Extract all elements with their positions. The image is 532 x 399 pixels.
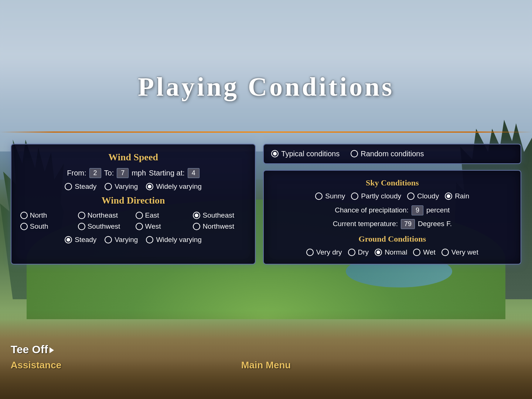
radio-circle-dry bbox=[348, 249, 355, 256]
label-sunny: Sunny bbox=[325, 192, 345, 200]
radio-west bbox=[136, 223, 143, 230]
radio-circle-very-wet bbox=[441, 249, 449, 256]
radio-sunny[interactable]: Sunny bbox=[315, 192, 345, 200]
assistance-button[interactable]: Assistance bbox=[11, 359, 61, 371]
radio-widely-varying-speed[interactable]: Widely varying bbox=[146, 183, 202, 191]
dir-northwest[interactable]: Northwest bbox=[193, 222, 246, 231]
radio-very-wet[interactable]: Very wet bbox=[441, 248, 478, 256]
dir-south[interactable]: South bbox=[20, 222, 74, 231]
label-rain: Rain bbox=[455, 192, 469, 200]
radio-northwest bbox=[193, 223, 200, 230]
label-random: Random conditions bbox=[361, 150, 424, 158]
label-south: South bbox=[30, 222, 48, 231]
wind-speed-type-group: Steady Varying Widely varying bbox=[20, 183, 246, 191]
sky-conditions-row: Sunny Partly cloudy Cloudy Rain bbox=[273, 192, 512, 200]
starting-label: Starting at: bbox=[149, 169, 185, 177]
radio-circle-sunny bbox=[315, 192, 323, 200]
temperature-row: Current temperature: 79 Degrees F. bbox=[273, 219, 512, 229]
label-southeast: Southeast bbox=[202, 211, 234, 219]
radio-very-dry[interactable]: Very dry bbox=[306, 248, 342, 256]
dir-southwest[interactable]: Southwest bbox=[78, 222, 131, 231]
radio-dry[interactable]: Dry bbox=[348, 248, 369, 256]
label-dir-widely-varying: Widely varying bbox=[156, 236, 202, 244]
sky-conditions-header: Sky Conditions bbox=[273, 178, 512, 188]
ground-conditions-row: Very dry Dry Normal Wet Very wet bbox=[273, 248, 512, 256]
to-label: To: bbox=[104, 169, 114, 177]
direction-grid: North Northeast East Southeast South Sou… bbox=[20, 211, 246, 231]
right-panels: Typical conditions Random conditions Sky… bbox=[263, 144, 521, 265]
temperature-label: Current temperature: bbox=[333, 220, 398, 228]
radio-south bbox=[20, 223, 28, 230]
label-dir-varying: Varying bbox=[115, 236, 138, 244]
bottom-buttons: Tee Off Assistance bbox=[11, 343, 61, 371]
conditions-selector: Typical conditions Random conditions bbox=[263, 144, 521, 164]
precipitation-label: Chance of precipitation: bbox=[335, 206, 409, 214]
radio-rain[interactable]: Rain bbox=[445, 192, 469, 200]
dir-southeast[interactable]: Southeast bbox=[193, 211, 246, 219]
label-partly-cloudy: Partly cloudy bbox=[361, 192, 401, 200]
dir-east[interactable]: East bbox=[136, 211, 189, 219]
dir-west[interactable]: West bbox=[136, 222, 189, 231]
radio-wet[interactable]: Wet bbox=[413, 248, 435, 256]
radio-circle-wet bbox=[413, 249, 420, 256]
precipitation-unit: percent bbox=[426, 206, 450, 214]
radio-circle-widely-varying-speed bbox=[146, 183, 153, 190]
radio-north bbox=[20, 212, 28, 219]
tee-off-label: Tee Off bbox=[11, 343, 48, 355]
dir-north[interactable]: North bbox=[20, 211, 74, 219]
wind-panel: Wind Speed From: 2 To: 7 mph Starting at… bbox=[11, 144, 256, 265]
precipitation-row: Chance of precipitation: 9 percent bbox=[273, 205, 512, 215]
label-wet: Wet bbox=[423, 248, 435, 256]
temperature-value[interactable]: 79 bbox=[401, 219, 415, 229]
dir-northeast[interactable]: Northeast bbox=[78, 211, 131, 219]
radio-circle-normal bbox=[375, 249, 382, 256]
from-label: From: bbox=[67, 169, 86, 177]
radio-dir-varying[interactable]: Varying bbox=[105, 236, 138, 244]
label-southwest: Southwest bbox=[88, 222, 120, 231]
main-menu-button[interactable]: Main Menu bbox=[241, 359, 291, 371]
radio-circle-dir-widely-varying bbox=[146, 236, 153, 243]
starting-value[interactable]: 4 bbox=[188, 168, 200, 178]
label-east: East bbox=[145, 211, 159, 219]
cursor-arrow-icon bbox=[50, 347, 54, 353]
wind-direction-header: Wind Direction bbox=[20, 195, 246, 206]
wind-speed-row: From: 2 To: 7 mph Starting at: 4 bbox=[20, 168, 246, 178]
label-very-wet: Very wet bbox=[451, 248, 478, 256]
label-west: West bbox=[145, 222, 161, 231]
mph-label: mph bbox=[132, 169, 146, 177]
radio-circle-rain bbox=[445, 192, 452, 200]
radio-southwest bbox=[78, 223, 85, 230]
label-very-dry: Very dry bbox=[316, 248, 342, 256]
radio-northeast bbox=[78, 212, 85, 219]
precipitation-value[interactable]: 9 bbox=[412, 205, 423, 215]
radio-steady-speed[interactable]: Steady bbox=[65, 183, 96, 191]
radio-typical[interactable]: Typical conditions bbox=[271, 150, 340, 158]
radio-circle-dir-steady bbox=[65, 236, 72, 243]
radio-east bbox=[136, 212, 143, 219]
radio-cloudy[interactable]: Cloudy bbox=[407, 192, 439, 200]
label-north: North bbox=[30, 211, 47, 219]
to-value[interactable]: 7 bbox=[117, 168, 129, 178]
radio-varying-speed[interactable]: Varying bbox=[105, 183, 138, 191]
radio-normal[interactable]: Normal bbox=[375, 248, 407, 256]
radio-partly-cloudy[interactable]: Partly cloudy bbox=[351, 192, 401, 200]
tee-off-button[interactable]: Tee Off bbox=[11, 343, 61, 356]
foreground-vegetation bbox=[0, 311, 532, 399]
radio-circle-cloudy bbox=[407, 192, 415, 200]
radio-circle-partly-cloudy bbox=[351, 192, 358, 200]
direction-variation-group: Steady Varying Widely varying bbox=[20, 236, 246, 244]
radio-dir-widely-varying[interactable]: Widely varying bbox=[146, 236, 202, 244]
radio-dir-steady[interactable]: Steady bbox=[65, 236, 96, 244]
label-widely-varying-speed: Widely varying bbox=[156, 183, 202, 191]
radio-circle-typical bbox=[271, 150, 279, 157]
from-value[interactable]: 2 bbox=[89, 168, 101, 178]
label-northeast: Northeast bbox=[88, 211, 118, 219]
radio-southeast bbox=[193, 212, 200, 219]
label-northwest: Northwest bbox=[202, 222, 234, 231]
page-title-container: Playing Conditions bbox=[0, 72, 532, 102]
radio-circle-very-dry bbox=[306, 249, 314, 256]
radio-random[interactable]: Random conditions bbox=[351, 150, 424, 158]
radio-circle-steady-speed bbox=[65, 183, 72, 190]
page-title: Playing Conditions bbox=[138, 72, 394, 102]
label-steady-speed: Steady bbox=[75, 183, 96, 191]
